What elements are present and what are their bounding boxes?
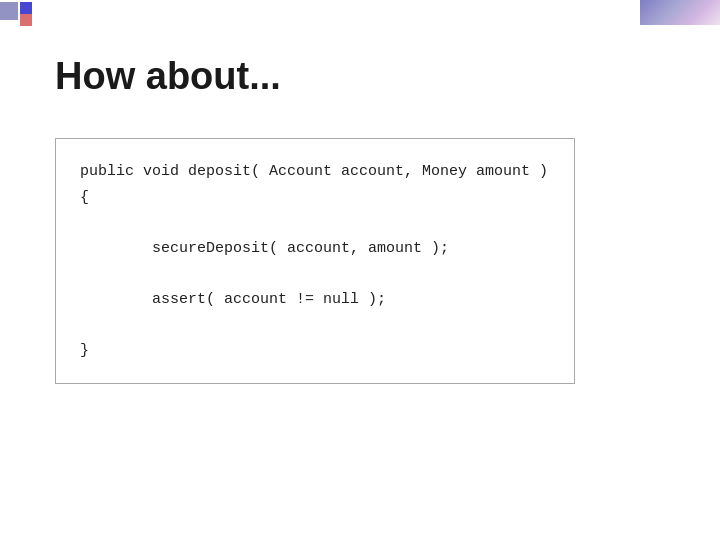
code-line-4: secureDeposit( account, amount );: [80, 236, 550, 262]
code-block: public void deposit( Account account, Mo…: [55, 138, 575, 384]
code-line-6: assert( account != null );: [80, 287, 550, 313]
code-line-3: [80, 210, 550, 236]
slide-content: How about... public void deposit( Accoun…: [0, 0, 720, 540]
code-line-2: {: [80, 185, 550, 211]
code-line-1: public void deposit( Account account, Mo…: [80, 159, 550, 185]
code-line-7: [80, 312, 550, 338]
code-line-5: [80, 261, 550, 287]
code-line-8: }: [80, 338, 550, 364]
slide-title: How about...: [55, 55, 660, 98]
